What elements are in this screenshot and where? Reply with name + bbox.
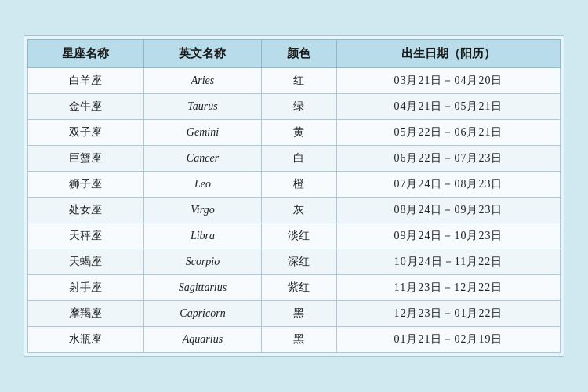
cell-dates: 10月24日－11月22日 <box>336 249 560 275</box>
table-row: 天蝎座Scorpio深红10月24日－11月22日 <box>28 249 561 275</box>
cell-color: 灰 <box>262 198 337 223</box>
header-english-name: 英文名称 <box>143 40 261 68</box>
cell-color: 黑 <box>262 301 337 327</box>
zodiac-table: 星座名称 英文名称 颜色 出生日期（阳历） 白羊座Aries红03月21日－04… <box>27 39 561 353</box>
cell-dates: 04月21日－05月21日 <box>336 94 560 120</box>
cell-english-name: Aquarius <box>143 327 261 353</box>
cell-dates: 12月23日－01月22日 <box>336 301 560 327</box>
cell-english-name: Gemini <box>143 120 261 146</box>
cell-english-name: Taurus <box>143 94 261 120</box>
table-row: 射手座Sagittarius紫红11月23日－12月22日 <box>28 275 561 301</box>
table-header-row: 星座名称 英文名称 颜色 出生日期（阳历） <box>28 40 561 68</box>
cell-chinese-name: 射手座 <box>28 275 144 301</box>
table-row: 天秤座Libra淡红09月24日－10月23日 <box>28 223 561 249</box>
cell-english-name: Libra <box>143 223 261 249</box>
cell-english-name: Virgo <box>143 198 261 223</box>
cell-english-name: Sagittarius <box>143 275 261 301</box>
cell-dates: 06月22日－07月23日 <box>336 146 560 172</box>
table-row: 白羊座Aries红03月21日－04月20日 <box>28 68 561 94</box>
cell-chinese-name: 狮子座 <box>28 172 144 198</box>
cell-dates: 09月24日－10月23日 <box>336 223 560 249</box>
cell-chinese-name: 双子座 <box>28 120 144 146</box>
table-row: 巨蟹座Cancer白06月22日－07月23日 <box>28 146 561 172</box>
cell-chinese-name: 天秤座 <box>28 223 144 249</box>
cell-chinese-name: 天蝎座 <box>28 249 144 275</box>
header-color: 颜色 <box>262 40 337 68</box>
cell-english-name: Capricorn <box>143 301 261 327</box>
cell-chinese-name: 水瓶座 <box>28 327 144 353</box>
cell-color: 黄 <box>262 120 337 146</box>
cell-color: 紫红 <box>262 275 337 301</box>
table-row: 金牛座Taurus绿04月21日－05月21日 <box>28 94 561 120</box>
cell-color: 红 <box>262 68 337 94</box>
header-dates: 出生日期（阳历） <box>336 40 560 68</box>
table-row: 狮子座Leo橙07月24日－08月23日 <box>28 172 561 198</box>
cell-english-name: Cancer <box>143 146 261 172</box>
cell-color: 绿 <box>262 94 337 120</box>
cell-english-name: Scorpio <box>143 249 261 275</box>
cell-dates: 01月21日－02月19日 <box>336 327 560 353</box>
cell-chinese-name: 金牛座 <box>28 94 144 120</box>
cell-color: 深红 <box>262 249 337 275</box>
table-row: 水瓶座Aquarius黑01月21日－02月19日 <box>28 327 561 353</box>
cell-dates: 08月24日－09月23日 <box>336 198 560 223</box>
cell-english-name: Leo <box>143 172 261 198</box>
cell-chinese-name: 白羊座 <box>28 68 144 94</box>
cell-chinese-name: 摩羯座 <box>28 301 144 327</box>
cell-dates: 03月21日－04月20日 <box>336 68 560 94</box>
cell-color: 橙 <box>262 172 337 198</box>
table-row: 处女座Virgo灰08月24日－09月23日 <box>28 198 561 223</box>
table-row: 双子座Gemini黄05月22日－06月21日 <box>28 120 561 146</box>
cell-dates: 11月23日－12月22日 <box>336 275 560 301</box>
zodiac-table-container: 星座名称 英文名称 颜色 出生日期（阳历） 白羊座Aries红03月21日－04… <box>24 35 564 357</box>
cell-english-name: Aries <box>143 68 261 94</box>
header-chinese-name: 星座名称 <box>28 40 144 68</box>
table-row: 摩羯座Capricorn黑12月23日－01月22日 <box>28 301 561 327</box>
cell-color: 淡红 <box>262 223 337 249</box>
cell-dates: 07月24日－08月23日 <box>336 172 560 198</box>
cell-chinese-name: 处女座 <box>28 198 144 223</box>
cell-color: 白 <box>262 146 337 172</box>
cell-chinese-name: 巨蟹座 <box>28 146 144 172</box>
cell-color: 黑 <box>262 327 337 353</box>
cell-dates: 05月22日－06月21日 <box>336 120 560 146</box>
